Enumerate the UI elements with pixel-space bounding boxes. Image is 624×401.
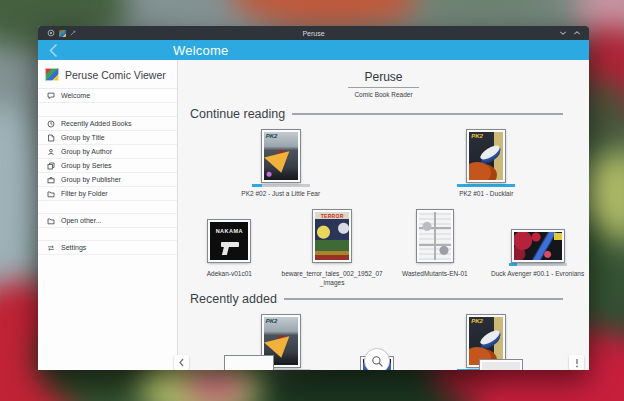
cover-logo: PK2 bbox=[471, 133, 483, 139]
book-title: Duck Avenger #00.1 - Evronians bbox=[491, 270, 584, 279]
global-drawer-handle[interactable] bbox=[174, 355, 189, 370]
cover-logo: PK2 bbox=[266, 318, 278, 324]
section-heading-continue-reading: Continue reading bbox=[190, 107, 285, 121]
sidebar-item-open-other[interactable]: Open other... bbox=[38, 214, 177, 228]
book-title: beware_terror_tales_002_1952_07_images bbox=[281, 270, 384, 288]
book-tile[interactable]: PK2 PK2 #02 - Just a Little Fear bbox=[241, 126, 320, 199]
sidebar-separator bbox=[38, 228, 177, 241]
book-cover-partial[interactable] bbox=[225, 356, 273, 370]
gun-graphic bbox=[221, 242, 239, 247]
book-title: PK2 #02 - Just a Little Fear bbox=[241, 190, 320, 199]
cover-text: TERROR bbox=[315, 213, 349, 219]
sidebar-item-group-by-series[interactable]: Group by Series bbox=[38, 159, 177, 173]
document-icon bbox=[47, 134, 55, 142]
folder-open-icon bbox=[47, 217, 55, 225]
search-icon bbox=[371, 355, 384, 368]
app-header: Welcome bbox=[38, 40, 589, 60]
peruse-window: Peruse Welcome Peruse Comic Viewer bbox=[38, 26, 589, 370]
context-drawer-handle[interactable] bbox=[569, 355, 584, 370]
book-title: PK2 #01 - Ducklair bbox=[459, 190, 513, 199]
clock-icon bbox=[47, 120, 55, 128]
book-cover: PK2 bbox=[467, 130, 505, 182]
peruse-app-icon bbox=[45, 68, 59, 81]
window-titlebar[interactable]: Peruse bbox=[38, 26, 589, 40]
settings-icon bbox=[47, 244, 55, 252]
section-rule bbox=[292, 113, 563, 115]
speech-bubble-icon bbox=[47, 92, 55, 100]
app-name: Peruse bbox=[348, 70, 418, 88]
read-progress-bar bbox=[457, 184, 515, 187]
sidebar-item-group-by-title[interactable]: Group by Title bbox=[38, 131, 177, 145]
sidebar-app-title: Peruse Comic Viewer bbox=[65, 69, 166, 81]
folder-icon bbox=[47, 190, 55, 198]
book-tile[interactable]: TERROR beware_terror_tales_002_1952_07_i… bbox=[281, 206, 384, 288]
chevron-left-icon bbox=[178, 358, 185, 367]
book-cover: PK2 bbox=[262, 130, 300, 182]
cover-logo: PK2 bbox=[266, 133, 278, 139]
sidebar-item-settings[interactable]: Settings bbox=[38, 241, 177, 255]
copies-icon bbox=[47, 162, 55, 170]
sidebar-item-recently-added-books[interactable]: Recently Added Books bbox=[38, 117, 177, 131]
chevron-left-icon bbox=[48, 43, 59, 58]
sidebar-item-filter-by-folder[interactable]: Filter by Folder bbox=[38, 187, 177, 201]
person-icon bbox=[47, 148, 55, 156]
book-tile[interactable]: NAKAMA Adekan-v01c01 bbox=[207, 206, 252, 288]
book-tile[interactable]: Duck Avenger #00.1 - Evronians bbox=[491, 206, 584, 288]
exclamation-icon bbox=[575, 358, 579, 368]
book-cover-partial[interactable] bbox=[480, 360, 522, 370]
book-cover bbox=[417, 210, 453, 262]
book-tile[interactable]: WastedMutants-EN-01 bbox=[402, 206, 468, 288]
sidebar-separator bbox=[38, 103, 177, 117]
book-cover: TERROR bbox=[313, 210, 351, 262]
read-progress-bar bbox=[509, 263, 567, 266]
main-content: Peruse Comic Book Reader Continue readin… bbox=[178, 60, 589, 370]
book-tile[interactable]: PK2 PK2 #01 - Ducklair bbox=[457, 126, 515, 199]
book-cover bbox=[512, 230, 564, 262]
window-title: Peruse bbox=[38, 30, 589, 37]
app-subtitle: Comic Book Reader bbox=[178, 91, 589, 98]
sidebar-item-group-by-publisher[interactable]: Group by Publisher bbox=[38, 173, 177, 187]
book-cover: NAKAMA bbox=[208, 220, 250, 262]
global-drawer: Peruse Comic Viewer Welcome Recently Add… bbox=[38, 60, 178, 370]
book-title: WastedMutants-EN-01 bbox=[402, 270, 468, 279]
sidebar-separator bbox=[38, 201, 177, 214]
sidebar-app-header: Peruse Comic Viewer bbox=[38, 60, 177, 89]
read-progress-bar bbox=[252, 184, 310, 187]
sidebar-item-group-by-author[interactable]: Group by Author bbox=[38, 145, 177, 159]
back-button[interactable] bbox=[42, 40, 64, 60]
briefcase-icon bbox=[47, 176, 55, 184]
sidebar-item-welcome[interactable]: Welcome bbox=[38, 89, 177, 103]
book-title: Adekan-v01c01 bbox=[207, 270, 252, 279]
section-heading-recently-added: Recently added bbox=[190, 292, 277, 306]
section-rule bbox=[284, 298, 563, 300]
cover-logo: PK2 bbox=[471, 318, 483, 324]
cover-text: NAKAMA bbox=[210, 228, 248, 234]
search-button[interactable] bbox=[364, 348, 390, 370]
page-title: Welcome bbox=[173, 43, 228, 58]
